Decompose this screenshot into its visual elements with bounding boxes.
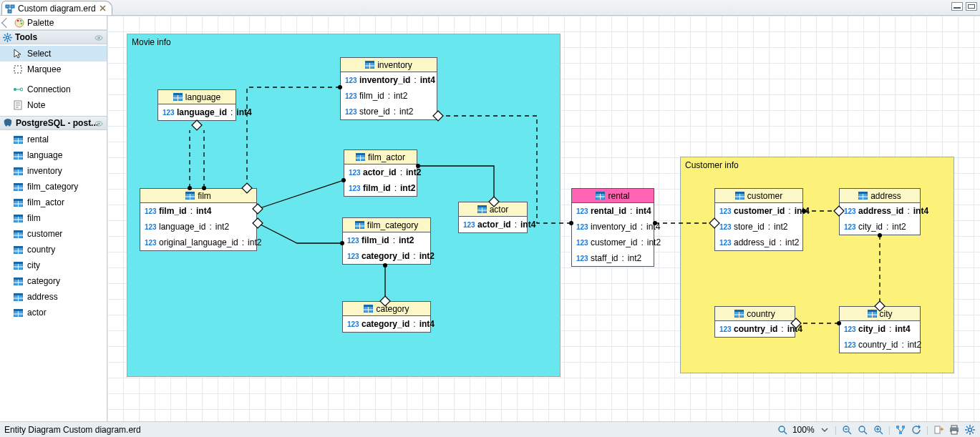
- palette-connection[interactable]: Connection: [0, 82, 107, 97]
- svg-line-152: [784, 431, 787, 434]
- column-row[interactable]: 123customer_id: int4: [715, 203, 802, 219]
- entity-country[interactable]: country123country_id: int4: [714, 306, 795, 338]
- column-row[interactable]: 123city_id: int2: [840, 219, 920, 235]
- diagram-canvas[interactable]: Movie info Customer info language123lang…: [107, 16, 980, 421]
- column-row[interactable]: 123inventory_id: int4: [341, 72, 437, 88]
- back-arrow-icon[interactable]: [1, 17, 11, 27]
- refresh-icon[interactable]: [911, 424, 922, 436]
- column-row[interactable]: 123store_id: int2: [715, 219, 802, 235]
- zoom-in-icon[interactable]: [873, 424, 884, 436]
- entity-customer[interactable]: customer123customer_id: int4123store_id:…: [714, 188, 803, 251]
- table-icon: [356, 153, 365, 161]
- sidebar-item-category[interactable]: category: [0, 273, 107, 289]
- sidebar-item-address[interactable]: address: [0, 289, 107, 305]
- datatype-badge-icon: 123: [347, 320, 359, 328]
- column-row[interactable]: 123category_id: int2: [343, 248, 430, 264]
- status-bar: Entity Diagram Custom diagram.erd 100% |…: [0, 421, 980, 437]
- datatype-badge-icon: 123: [349, 169, 360, 177]
- column-row[interactable]: 123customer_id: int2: [572, 235, 654, 250]
- table-icon: [858, 192, 868, 200]
- column-row[interactable]: 123film_id: int2: [341, 88, 437, 104]
- table-icon: [185, 192, 195, 200]
- sidebar-item-language[interactable]: language: [0, 147, 107, 163]
- table-icon: [173, 93, 183, 101]
- sidebar-item-actor[interactable]: actor: [0, 305, 107, 320]
- sidebar-item-film_category[interactable]: film_category: [0, 179, 107, 195]
- svg-rect-81: [173, 93, 183, 95]
- sidebar-item-film[interactable]: film: [0, 210, 107, 226]
- marquee-icon: [13, 64, 23, 74]
- pin-icon[interactable]: [94, 119, 104, 129]
- column-row[interactable]: 123country_id: int2: [840, 337, 920, 353]
- sidebar-item-city[interactable]: city: [0, 257, 107, 273]
- entity-category[interactable]: category123category_id: int4: [342, 301, 431, 333]
- svg-point-23: [14, 88, 16, 91]
- sidebar-item-film_actor[interactable]: film_actor: [0, 195, 107, 210]
- svg-rect-33: [14, 136, 23, 138]
- column-row[interactable]: 123address_id: int4: [840, 203, 920, 219]
- column-row[interactable]: 123country_id: int4: [715, 321, 795, 337]
- column-row[interactable]: 123inventory_id: int4: [572, 219, 654, 235]
- column-row[interactable]: 123category_id: int4: [343, 316, 430, 332]
- svg-line-178: [972, 432, 974, 433]
- search-icon[interactable]: [777, 424, 788, 436]
- entity-film[interactable]: film123film_id: int4123language_id: int2…: [140, 188, 257, 251]
- palette-marquee[interactable]: Marquee: [0, 62, 107, 77]
- zoom-out-icon[interactable]: [841, 424, 853, 436]
- column-row[interactable]: 123film_id: int2: [344, 180, 417, 196]
- entity-header: film_category: [343, 218, 430, 232]
- sidebar-item-country[interactable]: country: [0, 242, 107, 257]
- svg-rect-1: [11, 5, 14, 8]
- table-icon: [13, 308, 23, 318]
- export-icon[interactable]: [933, 424, 944, 436]
- entity-header: country: [715, 307, 795, 321]
- tools-section-header[interactable]: Tools: [0, 30, 107, 44]
- column-row[interactable]: 123actor_id: int4: [459, 217, 527, 232]
- column-row[interactable]: 123language_id: int4: [158, 104, 236, 120]
- entity-city[interactable]: city123city_id: int4123country_id: int2: [839, 306, 921, 353]
- entity-film-actor[interactable]: film_actor123actor_id: int2123film_id: i…: [344, 149, 417, 197]
- datatype-badge-icon: 123: [145, 207, 156, 215]
- svg-rect-93: [185, 192, 195, 194]
- column-row[interactable]: 123original_language_id: int2: [140, 235, 256, 250]
- column-row[interactable]: 123store_id: int2: [341, 104, 437, 119]
- tab-close-icon[interactable]: [99, 4, 107, 13]
- column-row[interactable]: 123language_id: int2: [140, 219, 256, 235]
- chevron-down-icon[interactable]: [819, 424, 830, 436]
- entity-actor[interactable]: actor123actor_id: int4: [458, 202, 528, 233]
- table-icon: [13, 276, 23, 286]
- zoom-reset-icon[interactable]: [857, 424, 868, 436]
- table-icon: [596, 192, 605, 200]
- sidebar-item-inventory[interactable]: inventory: [0, 163, 107, 179]
- svg-rect-41: [14, 167, 23, 170]
- entity-language[interactable]: language123language_id: int4: [157, 89, 236, 121]
- db-section-header[interactable]: PostgreSQL - post...: [0, 116, 107, 130]
- pin-icon[interactable]: [94, 33, 104, 43]
- maximize-editor-icon[interactable]: [966, 2, 977, 11]
- entity-address[interactable]: address123address_id: int4123city_id: in…: [839, 188, 921, 235]
- column-row[interactable]: 123film_id: int2: [343, 232, 430, 248]
- column-row[interactable]: 123city_id: int4: [840, 321, 920, 337]
- minimize-editor-icon[interactable]: [951, 2, 963, 11]
- note-icon: [13, 100, 23, 110]
- column-row[interactable]: 123rental_id: int4: [572, 203, 654, 219]
- settings-gear-icon[interactable]: [964, 424, 976, 436]
- column-row[interactable]: 123staff_id: int2: [572, 250, 654, 266]
- gear-icon: [3, 33, 12, 42]
- column-row[interactable]: 123film_id: int4: [140, 203, 256, 219]
- table-icon: [364, 305, 373, 313]
- palette-note[interactable]: Note: [0, 97, 107, 113]
- entity-film-category[interactable]: film_category123film_id: int2123category…: [342, 217, 431, 265]
- palette-select[interactable]: Select: [0, 46, 107, 62]
- column-row[interactable]: 123address_id: int2: [715, 235, 802, 250]
- entity-inventory[interactable]: inventory123inventory_id: int4123film_id…: [340, 57, 437, 120]
- tab-custom-diagram[interactable]: Custom diagram.erd: [1, 1, 112, 15]
- column-row[interactable]: 123actor_id: int2: [344, 165, 417, 180]
- entity-rental[interactable]: rental123rental_id: int4123inventory_id:…: [571, 188, 654, 267]
- print-icon[interactable]: [949, 424, 960, 436]
- svg-line-18: [9, 34, 11, 36]
- sidebar-item-customer[interactable]: customer: [0, 226, 107, 242]
- layout-icon[interactable]: [895, 424, 906, 436]
- sidebar-item-rental[interactable]: rental: [0, 132, 107, 147]
- datatype-badge-icon: 123: [145, 239, 156, 247]
